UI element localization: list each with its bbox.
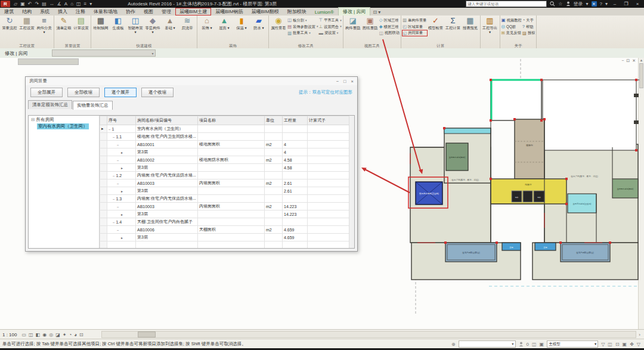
ribbon-tab-Lumion®[interactable]: Lumion® xyxy=(311,9,338,16)
filter-selection-icon[interactable]: ▽ xyxy=(601,342,605,347)
tab-list-pricing-summary[interactable]: 清单定额装饰汇总 xyxy=(28,100,72,109)
constraints-icon[interactable]: ⊡ xyxy=(79,332,83,337)
ribbon-tab-晨曦BIM土建[interactable]: 晨曦BIM土建 xyxy=(175,8,211,16)
ribbon-tab-协作[interactable]: 协作 xyxy=(122,8,140,16)
tree-root-item[interactable]: ⊟ 所有房间 xyxy=(29,117,99,123)
elevator-mid[interactable] xyxy=(523,191,532,202)
maximize-button[interactable]: ❐ xyxy=(622,1,630,7)
detail-level-icon[interactable]: ◧ xyxy=(36,332,41,337)
tree-child-item-selected[interactable]: 室内有水房间（卫生间） xyxy=(37,123,89,129)
reveal-hidden-icon[interactable]: ◕ xyxy=(74,332,77,337)
signin-label[interactable]: 登录 xyxy=(574,1,583,7)
select-links-icon[interactable]: ◫ xyxy=(608,342,612,347)
temporary-hide-icon[interactable]: ◔ xyxy=(69,332,72,337)
close-button[interactable]: × xyxy=(633,1,642,7)
table-row[interactable]: ▸ 第3层14.223 xyxy=(100,210,354,218)
table-row[interactable]: ▸ 第3层4 xyxy=(100,148,354,156)
measure-icon[interactable]: ↔ xyxy=(49,1,54,7)
expand-all-button[interactable]: 全部展开 xyxy=(30,88,63,97)
table-row[interactable]: − AB10003内墙面面积m214.223 xyxy=(100,203,354,210)
options-dropdown[interactable]: ▾ xyxy=(52,49,156,57)
table-row[interactable]: − AB10006天棚面积m24.659 xyxy=(100,226,354,234)
scale-label[interactable]: 1 : 100 xyxy=(2,332,17,337)
column-header-单位[interactable]: 单位 xyxy=(265,116,283,125)
table-row[interactable]: − 1.4天棚:卫生间住宅户内白色腻子 xyxy=(100,218,354,226)
table-row[interactable]: − 1.1楼地面:住宅户内卫生间防水楼... xyxy=(100,133,354,141)
ribbon-button-清单定额[interactable]: ✎清单定额 xyxy=(55,16,72,30)
exchange-apps-icon[interactable]: ☆ xyxy=(558,1,562,7)
signin-dropdown-icon[interactable]: ▾ xyxy=(586,1,589,7)
ribbon-tab-晨曦BIM钢筋[interactable]: 晨曦BIM钢筋 xyxy=(211,8,247,16)
table-row[interactable]: ▸ 第3层4.58 xyxy=(100,164,354,172)
open-icon[interactable]: ▱ xyxy=(14,1,17,7)
scroll-up-icon[interactable]: ▲ xyxy=(639,58,644,63)
ribbon-button-模型检查[interactable]: ✓模型检查 xyxy=(428,16,444,30)
ribbon-button-设置闭合[interactable]: ⊥设置闭合▾ xyxy=(318,24,341,30)
print-icon[interactable]: ▤ xyxy=(42,1,47,7)
ribbon-button-意见反馈[interactable]: ✉意见反馈 xyxy=(501,30,522,36)
ribbon-tab-contextual[interactable]: 修改 | 房间 xyxy=(338,7,371,16)
ribbon-button-单构件查量[interactable]: ▥单构件查量 xyxy=(402,17,427,23)
undo-icon[interactable]: ↶ xyxy=(28,1,32,7)
filter-icon[interactable]: ▽ xyxy=(637,342,640,347)
vertical-scroll-thumb[interactable] xyxy=(639,63,643,88)
ribbon-tab-插入[interactable]: 插入 xyxy=(54,8,72,16)
table-row[interactable]: − AB10002楼地面防水面积m24.58 xyxy=(100,156,354,164)
ribbon-button-属性查看[interactable]: ◉属性查看 xyxy=(270,16,287,30)
worksets-icon[interactable]: ⊕ xyxy=(451,342,456,347)
table-row[interactable]: − AB10003内墙面面积m22.61 xyxy=(100,179,354,187)
ribbon-tab-建筑[interactable]: 建筑 xyxy=(0,8,18,16)
ribbon-button-基础[interactable]: ▲基础 ▾ xyxy=(162,16,178,30)
minimize-button[interactable]: – xyxy=(611,1,619,7)
redo-icon[interactable]: ↷ xyxy=(35,1,39,7)
column-header-工程量[interactable]: 工程量 xyxy=(283,116,308,125)
ribbon-tab-视图[interactable]: 视图 xyxy=(140,8,157,16)
dialog-maximize-icon[interactable]: □ xyxy=(343,79,346,84)
ribbon-button-绘制轴网[interactable]: ▦绘制轴网 xyxy=(92,16,109,30)
design-option-dropdown[interactable]: 主模型▾ xyxy=(547,340,598,348)
ribbon-button-屋面[interactable]: ▲屋面 ▾ xyxy=(216,16,233,30)
ribbon-button-生成板[interactable]: ◧生成板 xyxy=(110,16,126,30)
collapse-all-button[interactable]: 全部收缩 xyxy=(67,88,100,97)
aligned-dimension-icon[interactable]: ∡ xyxy=(57,1,61,7)
text-icon[interactable]: A xyxy=(64,1,67,7)
editable-only-person-icon[interactable] xyxy=(519,342,524,347)
ribbon-tab-管理[interactable]: 管理 xyxy=(157,8,175,16)
ribbon-button-装饰参数设置[interactable]: ▤装饰参数设置▾ xyxy=(287,24,318,30)
ribbon-button-构件显隐[interactable]: ◪构件显隐 xyxy=(345,16,361,30)
signin-person-icon[interactable] xyxy=(566,1,571,7)
ribbon-button-区域三维[interactable]: ◇区域三维 xyxy=(379,17,400,23)
ribbon-button-计算设置[interactable]: ▤计算设置 xyxy=(73,16,89,30)
tab-physical-quantity-summary[interactable]: 实物量装饰汇总 xyxy=(73,101,113,110)
table-row[interactable]: ▸ 第3层2.61 xyxy=(100,187,354,195)
floor-plan[interactable]: 室内有水房间(卫生间) 室内无水房间(厨房) 楼梯间 电梯厅 电梯 电梯 室内有… xyxy=(405,58,639,329)
ribbon-button-工程设置[interactable]: ▦工程设置 xyxy=(18,16,35,30)
sun-path-icon[interactable]: ◎ xyxy=(49,332,53,337)
room-stair[interactable] xyxy=(515,119,544,179)
design-options-edit-icon[interactable]: ▣ xyxy=(540,342,544,347)
search-icon[interactable] xyxy=(550,1,555,7)
ribbon-button-后浇带[interactable]: ≋后浇带 xyxy=(179,16,196,30)
ribbon-button-板分割[interactable]: ◫板分割▾ xyxy=(287,17,318,23)
ribbon-button-梁设置[interactable]: ▬梁设置▾ xyxy=(318,30,341,36)
crop-region-icon[interactable]: ◫ xyxy=(29,332,33,337)
ribbon-button-帮助[interactable]: ?帮助 xyxy=(522,24,535,30)
ribbon-button-报表预览[interactable]: ▦报表预览 xyxy=(462,16,479,30)
rendering-icon[interactable]: ✦ xyxy=(63,332,67,337)
table-row[interactable]: − AB10001楼地面面积m24 xyxy=(100,141,354,148)
select-pinned-icon[interactable]: ⊡ xyxy=(615,342,620,347)
table-row[interactable]: − 1.2内墙面:住宅户内无保温防水墙... xyxy=(100,172,354,179)
default-3d-view-icon[interactable]: ⌂ xyxy=(70,1,73,7)
ribbon-tab-结构[interactable]: 结构 xyxy=(18,8,36,16)
table-row[interactable]: − 1.3内墙面:住宅户内无保温防水墙... xyxy=(100,195,354,203)
ribbon-tab-附加模块[interactable]: 附加模块 xyxy=(283,8,311,16)
horizontal-scroll-thumb[interactable] xyxy=(138,332,156,337)
scroll-right-icon[interactable]: › xyxy=(639,332,640,337)
visual-style-icon[interactable]: ◉ xyxy=(42,332,47,337)
ribbon-button-楼层三维[interactable]: ◆楼层三维 xyxy=(379,24,400,30)
save-icon[interactable]: ▣ xyxy=(20,1,25,7)
ribbon-button-房间算量[interactable]: ◱房间算量 xyxy=(402,30,427,36)
ribbon-button-零星构件[interactable]: ◆零星构件 ▾ xyxy=(144,16,161,34)
ribbon-button-工程导出[interactable]: ▥工程导出 ▾ xyxy=(482,16,499,34)
ribbon-button-视频教程[interactable]: ▣视频教程 xyxy=(501,17,522,23)
